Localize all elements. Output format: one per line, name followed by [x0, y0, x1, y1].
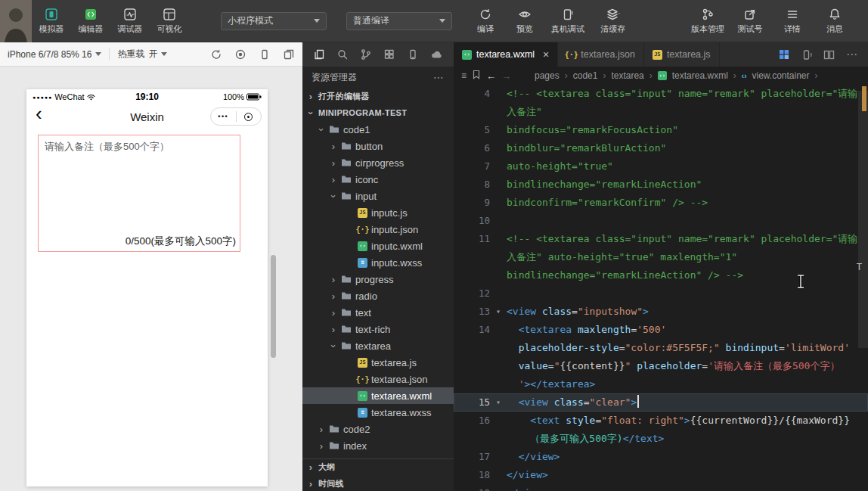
- chevron-collapsed-icon[interactable]: ›: [330, 324, 337, 335]
- chevron-collapsed-icon[interactable]: ›: [330, 174, 337, 185]
- code-line-wrap[interactable]: bindlinechange="remarkLineAction" /> -->: [454, 266, 868, 284]
- code-line-9[interactable]: 9bindconfirm="remarkConfirm" /> -->: [454, 194, 868, 212]
- editor-scrollbar[interactable]: [858, 91, 868, 348]
- breadcrumb-symbol[interactable]: view.container: [752, 70, 809, 81]
- breadcrumb-file[interactable]: textarea.wxml: [672, 70, 728, 81]
- multi-window-icon[interactable]: [283, 48, 295, 61]
- files-icon[interactable]: [313, 48, 325, 61]
- fold-marker-icon[interactable]: ▾: [490, 303, 507, 321]
- tree-item-textarea.wxml[interactable]: ‹›textarea.wxml: [302, 387, 454, 404]
- tree-item-inputc.wxss[interactable]: ≡inputc.wxss: [302, 254, 454, 271]
- refresh-icon[interactable]: [210, 48, 222, 61]
- code-line-6[interactable]: 6bindblur="remarkBlurAction": [454, 139, 868, 157]
- code-line-wrap[interactable]: （最多可输入500字)</text>: [454, 430, 868, 448]
- extensions-icon[interactable]: [383, 48, 395, 61]
- close-miniprogram-icon[interactable]: [237, 113, 262, 121]
- tab-textarea-wxml[interactable]: ‹› textarea.wxml ×: [454, 42, 558, 67]
- tree-item-cirprogress[interactable]: ›cirprogress: [302, 154, 454, 171]
- code-line-17[interactable]: 17 </view>: [454, 448, 868, 466]
- tree-item-inputc.js[interactable]: JSinputc.js: [302, 204, 454, 221]
- close-tab-icon[interactable]: ×: [543, 48, 549, 61]
- tree-item-button[interactable]: ›button: [302, 138, 454, 154]
- simulator-scrollbar[interactable]: [271, 255, 276, 358]
- tree-item-textarea[interactable]: ›textarea: [302, 337, 454, 354]
- tree-item-index[interactable]: ›index: [302, 437, 454, 454]
- simulator-button[interactable]: 模拟器: [32, 0, 71, 42]
- code-line-18[interactable]: 18</view>: [454, 466, 868, 484]
- code-line-wrap[interactable]: placeholder-style="color:#5F5F5F;" bindi…: [454, 339, 868, 357]
- tree-item-input[interactable]: ›input: [302, 188, 454, 204]
- version-management-button[interactable]: 版本管理: [687, 0, 729, 42]
- chevron-collapsed-icon[interactable]: ›: [307, 478, 315, 489]
- split-editor-icon[interactable]: [823, 49, 835, 61]
- explorer-section-时间线[interactable]: ›时间线: [302, 475, 454, 491]
- layout-grid-icon[interactable]: [779, 49, 789, 60]
- chevron-collapsed-icon[interactable]: ›: [330, 307, 337, 319]
- cloud-icon[interactable]: [430, 48, 443, 61]
- chevron-expanded-icon[interactable]: ›: [305, 109, 317, 117]
- explorer-section-大纲[interactable]: ›大纲: [302, 458, 454, 475]
- code-line-wrap[interactable]: '></textarea>: [454, 375, 868, 393]
- messages-button[interactable]: 消息: [814, 0, 856, 42]
- chevron-collapsed-icon[interactable]: ›: [307, 91, 315, 102]
- bookmark-icon[interactable]: [472, 70, 481, 82]
- chevron-collapsed-icon[interactable]: ›: [318, 424, 325, 435]
- tree-item-code1[interactable]: ›code1: [302, 121, 454, 138]
- breadcrumb-textarea[interactable]: textarea: [611, 70, 643, 81]
- chevron-expanded-icon[interactable]: ›: [328, 192, 339, 200]
- code-editor[interactable]: 4<!-- <textarea class="input" name="rema…: [454, 85, 868, 491]
- explorer-section-MINIPROGRAM-TEST[interactable]: ›MINIPROGRAM-TEST: [302, 104, 454, 121]
- outline-list-icon[interactable]: ≡: [461, 70, 467, 81]
- preview-button[interactable]: 预览: [505, 0, 544, 42]
- tree-item-code2[interactable]: ›code2: [302, 421, 454, 437]
- code-line-5[interactable]: 5bindfocus="remarkFocusAction": [454, 121, 868, 139]
- compile-button[interactable]: 编译: [466, 0, 505, 42]
- code-line-10[interactable]: 10: [454, 212, 868, 230]
- code-line-wrap[interactable]: 入备注": [454, 103, 868, 121]
- chevron-collapsed-icon[interactable]: ›: [318, 440, 325, 452]
- explorer-section-打开的编辑器[interactable]: ›打开的编辑器: [302, 88, 454, 104]
- chevron-collapsed-icon[interactable]: ›: [330, 141, 337, 152]
- real-device-debug-button[interactable]: 真机调试: [544, 0, 591, 42]
- details-button[interactable]: 详情: [771, 0, 814, 42]
- more-actions-icon[interactable]: ⋯: [433, 71, 445, 83]
- tree-item-textarea.json[interactable]: {·}textarea.json: [302, 371, 454, 387]
- tree-item-inputc.wxml[interactable]: ‹›inputc.wxml: [302, 238, 454, 254]
- breadcrumb-pages[interactable]: pages: [535, 70, 560, 81]
- chevron-collapsed-icon[interactable]: ›: [307, 461, 315, 473]
- tree-item-progress[interactable]: ›progress: [302, 271, 454, 287]
- code-line-19[interactable]: 19</view>: [454, 484, 868, 491]
- chevron-collapsed-icon[interactable]: ›: [330, 291, 337, 302]
- compile-mode-dropdown[interactable]: 普通编译: [346, 12, 452, 30]
- hot-reload-toggle[interactable]: 热重载 开: [117, 48, 167, 61]
- tree-item-text[interactable]: ›text: [302, 304, 454, 321]
- more-menu-icon[interactable]: •••: [211, 113, 236, 120]
- breadcrumb-code1[interactable]: code1: [573, 70, 598, 81]
- device-sync-icon[interactable]: [801, 49, 812, 61]
- nav-back-arrow[interactable]: ←: [486, 70, 496, 82]
- editor-button[interactable]: 编辑器: [71, 0, 110, 42]
- debugger-button[interactable]: 调试器: [110, 0, 150, 42]
- record-icon[interactable]: [234, 48, 246, 61]
- git-branch-icon[interactable]: [360, 48, 372, 61]
- tree-item-textarea.wxss[interactable]: ≡textarea.wxss: [302, 404, 454, 421]
- chevron-collapsed-icon[interactable]: ›: [330, 274, 337, 285]
- code-line-wrap[interactable]: value="{{content}}" placeholder='请输入备注（最…: [454, 357, 868, 375]
- back-chevron-icon[interactable]: ‹: [36, 101, 42, 126]
- tree-item-text-rich[interactable]: ›text-rich: [302, 321, 454, 337]
- code-line-12[interactable]: 12: [454, 284, 868, 303]
- code-line-7[interactable]: 7auto-height="true": [454, 157, 868, 176]
- device-selector[interactable]: iPhone 6/7/8 85% 16: [8, 49, 101, 60]
- code-line-14[interactable]: 14 <textarea maxlength='500': [454, 321, 868, 339]
- tree-item-radio[interactable]: ›radio: [302, 287, 454, 304]
- nav-forward-arrow[interactable]: →: [501, 70, 511, 82]
- code-line-wrap[interactable]: 入备注" auto-height="true" maxlength="1": [454, 248, 868, 266]
- clear-cache-button[interactable]: 清缓存: [591, 0, 635, 42]
- tab-textarea-js[interactable]: JS textarea.js: [644, 42, 720, 67]
- mode-dropdown[interactable]: 小程序模式: [221, 12, 327, 30]
- code-line-8[interactable]: 8bindlinechange="remarkLineAction": [454, 176, 868, 194]
- tab-textarea-json[interactable]: {·} textarea.json: [558, 42, 644, 67]
- chevron-expanded-icon[interactable]: ›: [316, 126, 327, 133]
- fold-marker-icon[interactable]: ▾: [490, 393, 507, 412]
- search-icon[interactable]: [336, 48, 349, 61]
